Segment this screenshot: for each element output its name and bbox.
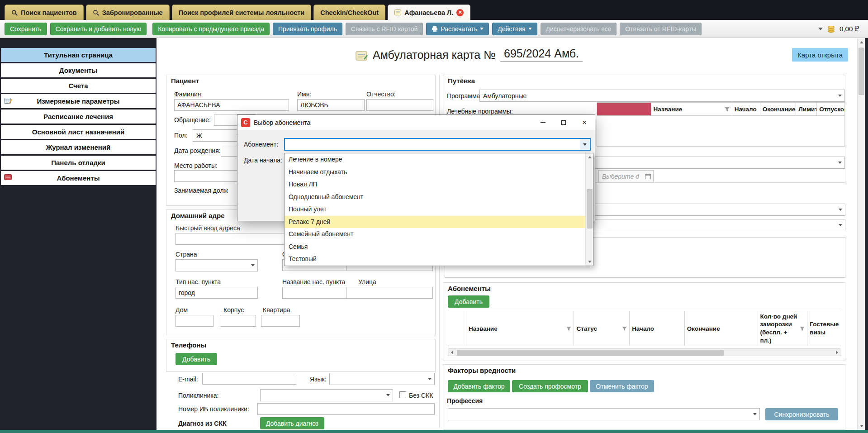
scrollbar-thumb[interactable] — [457, 350, 724, 356]
add-factor-button[interactable]: Добавить фактор — [448, 380, 510, 392]
no-skk-checkbox[interactable] — [399, 391, 406, 398]
sidebar-item-main-prescription-sheet[interactable]: Основной лист назначений — [1, 125, 156, 139]
close-button[interactable]: × — [574, 115, 595, 130]
tab-checkin-checkout[interactable]: CheckIn/CheckOut — [313, 5, 385, 20]
dropdown-option[interactable]: Начинаем отдыхать — [285, 166, 585, 179]
column-header-vacations[interactable]: Отпусков — [817, 103, 844, 115]
column-header-end[interactable]: Окончание — [685, 311, 758, 346]
dropdown-option[interactable]: Семейный абонемент — [285, 228, 585, 241]
sidebar-item-title-page[interactable]: Титульная страница — [1, 48, 156, 62]
tab-booked[interactable]: Забронированные — [86, 5, 170, 20]
column-header-name[interactable]: Название — [651, 103, 732, 115]
sidebar-item-change-log[interactable]: Журнал изменений — [1, 140, 156, 154]
scroll-down-icon[interactable] — [586, 258, 593, 266]
treatment-programs-body[interactable] — [597, 116, 845, 147]
synchronize-button[interactable]: Синхронизировать — [765, 408, 838, 420]
dropdown-option[interactable]: Тестовый — [285, 253, 585, 266]
address-group-title: Домашний адре — [171, 212, 225, 219]
subscription-combobox[interactable] — [284, 138, 591, 151]
save-button[interactable]: Сохранить — [5, 23, 47, 35]
scroll-up-icon[interactable] — [858, 38, 865, 46]
maximize-button[interactable] — [553, 115, 574, 130]
house-input[interactable] — [175, 315, 213, 327]
tab-patient-search[interactable]: Поиск пациентов — [5, 5, 84, 20]
name-input[interactable] — [297, 99, 365, 111]
filter-icon[interactable] — [725, 107, 730, 112]
scroll-left-icon[interactable] — [448, 349, 456, 356]
horizontal-scrollbar[interactable] — [448, 348, 841, 356]
sidebar-item-subscriptions[interactable]: Абонементы — [1, 171, 156, 185]
profession-combobox[interactable] — [448, 408, 760, 420]
calendar-icon[interactable] — [645, 173, 651, 179]
create-medical-exam-button[interactable]: Создать профосмотр — [512, 380, 588, 392]
copy-previous-visit-button[interactable]: Копировать с предыдущего приезда — [152, 23, 270, 35]
tab-loyalty-profiles[interactable]: Поиск профилей системы лояльности — [172, 5, 312, 20]
apartment-input[interactable] — [261, 315, 300, 327]
column-header-limit[interactable]: Лимит — [796, 103, 817, 115]
add-diagnosis-button[interactable]: Добавить диагноз — [260, 417, 324, 429]
column-header-start[interactable]: Начало — [732, 103, 760, 115]
column-header-status[interactable]: Статус — [574, 311, 630, 346]
sidebar-item-debug-panel[interactable]: Панель отладки — [1, 156, 156, 170]
bind-profile-button[interactable]: Привязать профиль — [273, 23, 342, 35]
add-subscription-button[interactable]: Добавить — [448, 295, 489, 308]
tab-patient-card[interactable]: Афанасьева Л. ✕ — [388, 5, 470, 20]
sidebar-item-treatment-schedule[interactable]: Расписание лечения — [1, 109, 156, 124]
subscription-dropdown-list: Лечение в номере Начинаем отдыхать Новая… — [284, 153, 593, 266]
filter-icon[interactable] — [622, 326, 627, 331]
clinic-number-input[interactable] — [257, 403, 435, 415]
column-header-start[interactable]: Начало — [630, 311, 685, 346]
patronymic-input[interactable] — [366, 99, 433, 111]
sidebar-item-invoices[interactable]: Счета — [1, 79, 156, 93]
gender-combobox[interactable]: Ж — [193, 129, 243, 142]
scroll-down-icon[interactable] — [858, 422, 865, 430]
country-combobox[interactable] — [175, 259, 258, 271]
quick-address-input[interactable] — [175, 233, 285, 245]
scroll-right-icon[interactable] — [833, 349, 841, 356]
scrollbar-thumb[interactable] — [587, 189, 593, 228]
dropdown-option[interactable]: Полный улет — [285, 203, 585, 216]
date-picker-field[interactable]: Выберите д — [598, 170, 654, 182]
building-input[interactable] — [220, 315, 256, 327]
vertical-scrollbar[interactable] — [857, 38, 865, 430]
column-header-freeze-days[interactable]: Кол-во дней заморозки (беспл. + пл.) — [758, 311, 808, 346]
dropdown-option[interactable]: Лечение в номере — [285, 153, 585, 166]
clinic-combobox[interactable] — [260, 389, 393, 401]
language-combobox[interactable] — [329, 373, 435, 385]
minimize-button[interactable] — [532, 115, 553, 130]
save-and-add-button[interactable]: Сохранить и добавить новую — [50, 23, 147, 35]
email-input[interactable] — [202, 373, 296, 385]
skk-diagnosis-label: Диагноз из СКК — [178, 420, 227, 427]
print-button[interactable]: Распечатать — [426, 23, 489, 35]
app-window: Поиск пациентов Забронированные Поиск пр… — [0, 0, 868, 433]
column-header-name[interactable]: Название — [466, 311, 574, 346]
dropdown-scrollbar[interactable] — [585, 153, 593, 266]
sidebar-item-documents[interactable]: Документы — [1, 63, 156, 77]
minimize-icon — [541, 122, 545, 123]
scrollbar-thumb[interactable] — [859, 48, 864, 95]
scroll-up-icon[interactable] — [586, 153, 593, 161]
dropdown-option[interactable]: Семья — [285, 241, 585, 253]
surname-input[interactable] — [174, 99, 289, 111]
card-number-field[interactable]: 695/2024 Амб. — [500, 47, 583, 62]
settlement-type-input[interactable] — [175, 287, 258, 299]
filter-icon[interactable] — [800, 326, 805, 331]
patient-group-title: Пациент — [171, 77, 199, 85]
sidebar-item-measured-parameters[interactable]: Измеряемые параметры — [1, 94, 156, 108]
rfid-link-button: Связать с RFID картой — [346, 23, 423, 35]
actions-button[interactable]: Действия — [492, 23, 537, 35]
dropdown-option[interactable]: Новая ЛП — [285, 178, 585, 191]
toolbar-overflow-chevron-icon[interactable] — [818, 28, 823, 30]
tab-close-icon[interactable]: ✕ — [456, 9, 464, 16]
street-input[interactable] — [346, 287, 433, 299]
combobox-dropdown-button[interactable] — [580, 139, 590, 150]
dialog-titlebar[interactable]: C Выбор абонемента × — [237, 115, 595, 130]
filter-icon[interactable] — [566, 326, 571, 331]
dropdown-option[interactable]: Однодневный абонемент — [285, 191, 585, 204]
column-header-guest-visits[interactable]: Гостевые визы — [807, 311, 841, 346]
program-combobox[interactable]: Амбулаторные — [479, 90, 845, 102]
column-header-end[interactable]: Окончание — [760, 103, 797, 115]
measured-params-icon — [4, 97, 12, 105]
dropdown-option-highlighted[interactable]: Релакс 7 дней — [285, 216, 585, 228]
add-phone-button[interactable]: Добавить — [175, 353, 217, 365]
